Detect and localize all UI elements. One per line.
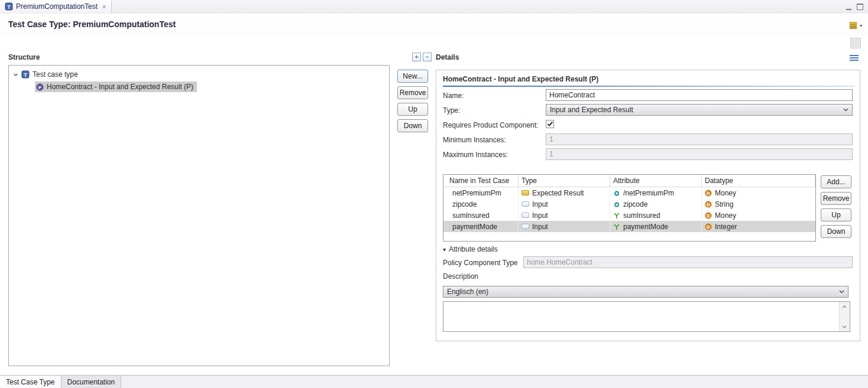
table-row[interactable]: netPremiumPm Expected Result /netPremium… — [443, 187, 815, 198]
dropdown-caret-icon: ▾ — [860, 23, 862, 28]
description-label: Description — [443, 272, 478, 281]
column-header-attribute[interactable]: Attribute — [610, 175, 702, 187]
details-menu-icon[interactable] — [850, 55, 859, 61]
collapsed-toolbar-button[interactable] — [850, 38, 861, 48]
language-select[interactable]: Englisch (en) — [443, 286, 848, 298]
name-label: Name: — [443, 92, 464, 100]
section-title-separator — [443, 86, 854, 87]
expand-all-icon[interactable]: + — [412, 53, 421, 61]
cell-attribute: sumInsured — [623, 211, 660, 220]
table-row-selected[interactable]: paymentMode Input paymentMode DInteger — [443, 221, 815, 232]
cell-attribute: zipcode — [623, 200, 647, 208]
datatype-icon: D — [705, 190, 712, 197]
scrollbar[interactable] — [839, 302, 850, 331]
minimize-icon[interactable] — [846, 5, 851, 10]
type-select[interactable]: Input and Expected Result — [546, 104, 853, 116]
column-header-datatype[interactable]: Datatype — [702, 175, 815, 187]
editor-menu-icon — [848, 21, 858, 30]
application-window: T PremiumComputationTest × Test Case Typ… — [0, 0, 868, 388]
minimum-instances-label: Minimum Instances: — [443, 136, 506, 144]
expected-result-type-icon — [522, 190, 529, 195]
tab-test-case-type[interactable]: Test Case Type — [0, 376, 61, 388]
input-type-icon — [522, 201, 529, 207]
cell-type: Input — [532, 211, 548, 220]
triangle-down-icon: ▾ — [443, 246, 446, 253]
maximize-icon[interactable] — [857, 4, 863, 10]
editor-page-tabs: Test Case Type Documentation — [0, 375, 868, 388]
editor-tab[interactable]: T PremiumComputationTest × — [0, 0, 112, 13]
page-title: Test Case Type: PremiumComputationTest — [8, 19, 176, 29]
tree-toolbar: + − — [412, 53, 432, 61]
move-down-button[interactable]: Down — [821, 225, 851, 238]
structure-button-column: New... Remove Up Down — [397, 70, 428, 132]
svg-text:T: T — [7, 4, 11, 10]
chevron-down-icon[interactable] — [13, 72, 18, 77]
details-section-label: Details — [436, 53, 459, 61]
attribute-icon — [613, 201, 620, 208]
datatype-icon: D — [705, 223, 712, 230]
table-header-row: Name in Test Case Type Attribute Datatyp… — [443, 175, 815, 187]
maximum-instances-label: Maximum Instances: — [443, 151, 508, 159]
add-button[interactable]: Add... — [821, 175, 851, 188]
type-select-value: Input and Expected Result — [550, 106, 633, 114]
input-type-icon — [522, 213, 529, 218]
cell-datatype: Integer — [715, 223, 737, 231]
tree-item-row: P HomeContract - Input and Expected Resu… — [9, 81, 389, 93]
svg-text:T: T — [24, 72, 27, 78]
remove-button[interactable]: Remove — [397, 86, 428, 99]
attribute-table: Name in Test Case Type Attribute Datatyp… — [443, 174, 816, 242]
column-header-name[interactable]: Name in Test Case — [443, 175, 519, 187]
table-row[interactable]: sumInsured Input sumInsured DMoney — [443, 210, 815, 221]
remove-attribute-button[interactable]: Remove — [821, 192, 851, 205]
tab-close-icon[interactable]: × — [102, 3, 106, 10]
svg-text:D: D — [707, 201, 710, 207]
description-textarea[interactable] — [443, 301, 850, 332]
svg-text:D: D — [707, 213, 710, 218]
tree-item-test-case-type[interactable]: T Test case type — [9, 69, 389, 80]
editor-menu-button[interactable]: ▾ — [848, 21, 862, 30]
editor-tab-label: PremiumComputationTest — [16, 2, 98, 11]
chevron-down-icon — [839, 290, 844, 294]
datatype-icon: D — [705, 212, 712, 219]
chevron-down-icon — [843, 108, 848, 112]
parameter-icon: P — [36, 83, 44, 91]
down-button[interactable]: Down — [397, 119, 428, 132]
window-controls — [846, 4, 863, 10]
tab-documentation[interactable]: Documentation — [61, 376, 122, 388]
cell-datatype: Money — [715, 211, 736, 220]
tree-item-label: Test case type — [33, 70, 78, 79]
column-header-type[interactable]: Type — [519, 175, 610, 187]
svg-text:D: D — [707, 190, 710, 195]
cell-attribute: paymentMode — [623, 223, 668, 231]
requires-product-component-checkbox[interactable] — [546, 120, 554, 128]
scroll-down-icon[interactable] — [840, 322, 849, 331]
policy-component-type-input — [523, 256, 853, 268]
type-label: Type: — [443, 106, 460, 115]
name-input[interactable] — [546, 89, 853, 101]
structure-section-label: Structure — [8, 53, 40, 61]
attribute-icon — [613, 190, 620, 197]
cell-name: zipcode — [452, 200, 477, 208]
requires-product-component-label: Requires Product Component: — [443, 121, 538, 129]
up-button[interactable]: Up — [397, 103, 428, 116]
cell-attribute: /netPremiumPm — [623, 189, 674, 197]
scroll-up-icon[interactable] — [840, 302, 849, 311]
move-up-button[interactable]: Up — [821, 208, 851, 221]
input-type-icon — [522, 224, 529, 229]
structure-tree: T Test case type P HomeContract - Input … — [8, 65, 390, 366]
cell-type: Input — [532, 223, 548, 231]
svg-text:P: P — [38, 84, 42, 90]
test-case-type-icon: T — [21, 70, 30, 79]
editor-tab-bar: T PremiumComputationTest × — [0, 0, 868, 14]
section-title: HomeContract - Input and Expected Result… — [443, 75, 598, 83]
cell-name: paymentMode — [452, 223, 497, 231]
minimum-instances-input — [546, 133, 853, 145]
editor-header: Test Case Type: PremiumComputationTest ▾ — [0, 14, 868, 37]
attribute-details-twistie[interactable]: ▾ Attribute details — [443, 245, 498, 253]
cell-type: Input — [532, 200, 548, 208]
table-row[interactable]: zipcode Input zipcode DString — [443, 198, 815, 210]
new-button[interactable]: New... — [397, 70, 428, 83]
tree-item-homecontract[interactable]: P HomeContract - Input and Expected Resu… — [35, 81, 197, 92]
collapse-all-icon[interactable]: − — [423, 53, 432, 61]
derived-attribute-icon — [613, 223, 620, 230]
